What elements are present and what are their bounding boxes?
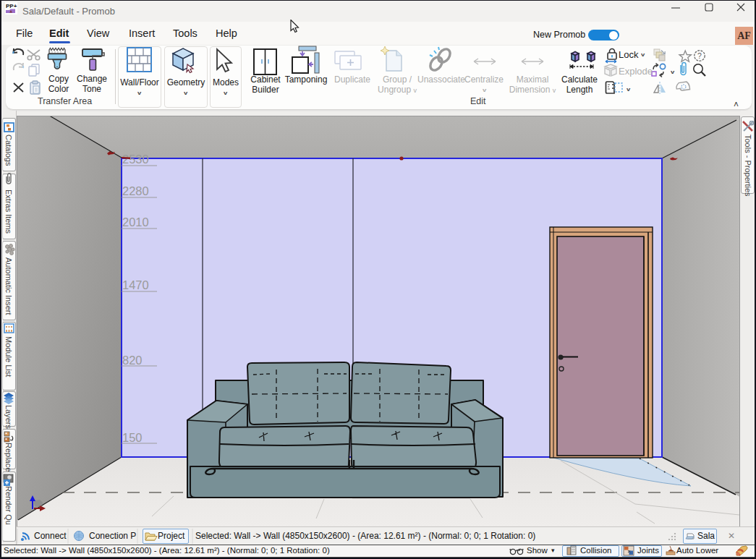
svg-text:150: 150 [122,431,143,444]
svg-text:2280: 2280 [122,184,149,197]
svg-text:?: ? [697,51,702,60]
svg-text:PP+: PP+ [6,3,17,9]
svg-text:1470: 1470 [122,278,149,291]
svg-text:2530: 2530 [122,153,149,166]
svg-text:2010: 2010 [122,216,149,229]
svg-text:820: 820 [122,354,143,367]
